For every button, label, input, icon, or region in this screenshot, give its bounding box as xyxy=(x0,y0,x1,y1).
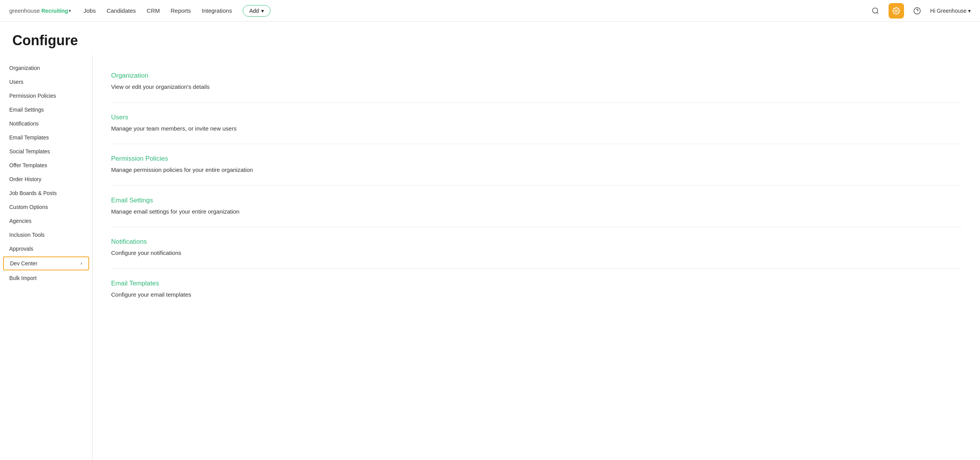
notifications-description: Configure your notifications xyxy=(111,249,961,258)
section-notifications: Notifications Configure your notificatio… xyxy=(111,227,961,269)
section-users: Users Manage your team members, or invit… xyxy=(111,103,961,144)
sidebar-item-users[interactable]: Users xyxy=(0,75,92,89)
page-title: Configure xyxy=(12,32,968,49)
nav-crm[interactable]: CRM xyxy=(147,7,160,14)
sidebar-item-dev-center[interactable]: Dev Center › xyxy=(3,256,89,270)
email-settings-description: Manage email settings for your entire or… xyxy=(111,207,961,216)
permission-policies-link[interactable]: Permission Policies xyxy=(111,155,168,163)
sidebar: Organization Users Permission Policies E… xyxy=(0,55,93,460)
logo-area[interactable]: greenhouse Recruiting ▾ xyxy=(9,7,71,14)
nav-candidates[interactable]: Candidates xyxy=(106,7,136,14)
sidebar-item-notifications[interactable]: Notifications xyxy=(0,117,92,131)
sidebar-item-order-history[interactable]: Order History xyxy=(0,172,92,186)
sidebar-item-email-settings[interactable]: Email Settings xyxy=(0,103,92,117)
logo-dropdown-icon: ▾ xyxy=(69,8,71,14)
sidebar-item-agencies[interactable]: Agencies xyxy=(0,214,92,228)
user-label: Hi Greenhouse xyxy=(930,8,966,14)
sidebar-item-offer-templates[interactable]: Offer Templates xyxy=(0,158,92,172)
user-menu-button[interactable]: Hi Greenhouse ▾ xyxy=(930,8,971,14)
content-area: Organization Users Permission Policies E… xyxy=(0,55,980,460)
permission-policies-description: Manage permission policies for your enti… xyxy=(111,166,961,175)
users-description: Manage your team members, or invite new … xyxy=(111,124,961,133)
user-chevron-icon: ▾ xyxy=(968,8,971,14)
add-button[interactable]: Add ▾ xyxy=(243,5,270,17)
nav-reports[interactable]: Reports xyxy=(171,7,191,14)
nav-right: Hi Greenhouse ▾ xyxy=(868,3,971,19)
svg-line-1 xyxy=(877,12,879,14)
sidebar-item-custom-options[interactable]: Custom Options xyxy=(0,200,92,214)
organization-link[interactable]: Organization xyxy=(111,72,148,80)
organization-description: View or edit your organization's details xyxy=(111,83,961,92)
sidebar-item-job-boards[interactable]: Job Boards & Posts xyxy=(0,186,92,200)
logo-green: Recruiting xyxy=(41,8,68,14)
svg-point-2 xyxy=(895,10,897,12)
help-button[interactable] xyxy=(910,4,924,18)
nav-jobs[interactable]: Jobs xyxy=(83,7,96,14)
chevron-right-icon: › xyxy=(81,261,82,266)
email-templates-description: Configure your email templates xyxy=(111,290,961,299)
sidebar-item-email-templates[interactable]: Email Templates xyxy=(0,131,92,144)
section-email-templates: Email Templates Configure your email tem… xyxy=(111,269,961,310)
sidebar-item-permission-policies[interactable]: Permission Policies xyxy=(0,89,92,103)
sidebar-item-bulk-import[interactable]: Bulk Import xyxy=(0,271,92,285)
sidebar-item-social-templates[interactable]: Social Templates xyxy=(0,144,92,158)
section-permission-policies: Permission Policies Manage permission po… xyxy=(111,144,961,186)
sidebar-item-approvals[interactable]: Approvals xyxy=(0,242,92,256)
page-header: Configure xyxy=(0,22,980,55)
sidebar-item-organization[interactable]: Organization xyxy=(0,61,92,75)
sidebar-item-inclusion-tools[interactable]: Inclusion Tools xyxy=(0,228,92,242)
logo-text: greenhouse xyxy=(9,7,40,14)
users-link[interactable]: Users xyxy=(111,114,128,121)
notifications-link[interactable]: Notifications xyxy=(111,238,147,246)
page-container: Configure Organization Users Permission … xyxy=(0,22,980,460)
search-button[interactable] xyxy=(868,4,882,18)
section-organization: Organization View or edit your organizat… xyxy=(111,61,961,103)
email-settings-link[interactable]: Email Settings xyxy=(111,197,153,204)
email-templates-link[interactable]: Email Templates xyxy=(111,280,159,287)
nav-integrations[interactable]: Integrations xyxy=(202,7,232,14)
main-content: Organization View or edit your organizat… xyxy=(93,55,980,460)
settings-button[interactable] xyxy=(889,3,904,19)
nav-links: Jobs Candidates CRM Reports Integrations… xyxy=(83,5,868,17)
top-navigation: greenhouse Recruiting ▾ Jobs Candidates … xyxy=(0,0,980,22)
svg-point-0 xyxy=(872,8,877,13)
section-email-settings: Email Settings Manage email settings for… xyxy=(111,186,961,227)
chevron-down-icon: ▾ xyxy=(261,8,264,14)
